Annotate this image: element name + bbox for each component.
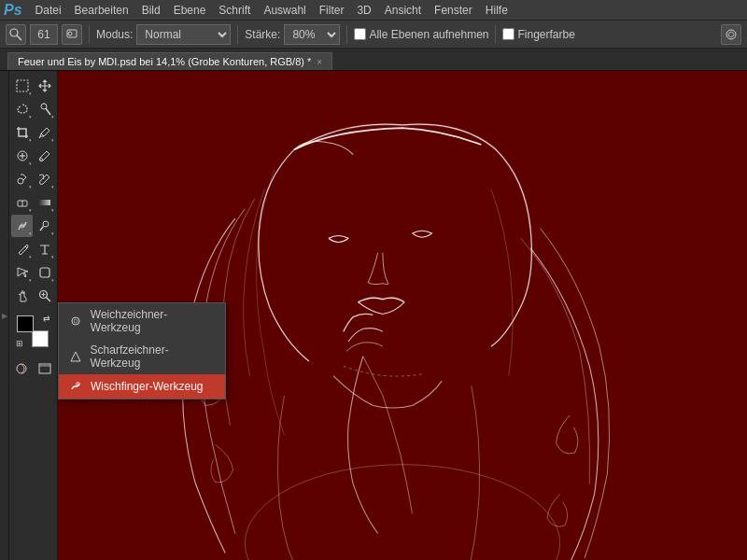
svg-line-25 — [46, 298, 50, 302]
svg-rect-20 — [40, 268, 49, 277]
eraser-tool[interactable]: ▾ — [11, 191, 33, 214]
tool-flyout-menu: Weichzeichner-Werkzeug Scharfzeichner-We… — [58, 302, 226, 399]
quick-mask-tool[interactable] — [10, 357, 33, 380]
fingerfarbe-group: Fingerfarbe — [502, 28, 574, 41]
tool-row-1: ▾ — [11, 75, 55, 97]
main-area: ▶ ▾ ▾ — [0, 71, 747, 560]
menu-bar: Ps Datei Bearbeiten Bild Ebene Schrift A… — [0, 0, 747, 21]
foreground-color-swatch[interactable] — [17, 315, 34, 332]
screen-mode-tool[interactable] — [34, 357, 56, 380]
svg-point-32 — [74, 319, 78, 323]
color-swatches: ⊞ ⇄ — [17, 315, 49, 347]
alle-ebenen-group: Alle Ebenen aufnehmen — [354, 28, 488, 41]
lasso-tool[interactable]: ▾ — [11, 98, 33, 120]
menu-3d[interactable]: 3D — [351, 2, 376, 19]
svg-line-19 — [40, 227, 44, 231]
svg-point-31 — [72, 317, 79, 325]
menu-schrift[interactable]: Schrift — [213, 2, 256, 19]
marquee-tool[interactable]: ▾ — [11, 75, 33, 97]
swap-colors-btn[interactable]: ⇄ — [43, 314, 50, 323]
menu-ebene[interactable]: Ebene — [168, 2, 212, 19]
alle-ebenen-label: Alle Ebenen aufnehmen — [369, 28, 488, 41]
blur-smudge-tool[interactable]: ▾ — [11, 215, 33, 237]
staerke-label: Stärke: — [245, 28, 280, 41]
sep2 — [237, 25, 238, 44]
quick-mask-row — [10, 357, 56, 380]
text-tool[interactable]: ▾ — [34, 238, 55, 260]
staerke-section: Stärke: 80% 50% 100% — [245, 24, 340, 45]
tool-row-9: ▾ ▾ — [11, 261, 55, 284]
brush-preset-btn[interactable] — [62, 24, 82, 45]
tool-row-5: ▾ ▾ — [11, 168, 55, 190]
menu-datei[interactable]: Datei — [30, 2, 67, 19]
history-brush-tool[interactable]: ▾ — [34, 168, 55, 190]
svg-point-0 — [10, 29, 18, 36]
menu-hilfe[interactable]: Hilfe — [480, 2, 514, 19]
brush-size-value[interactable]: 61 — [30, 24, 58, 45]
tab-bar: Feuer und Eis by MDI.psd bei 14,1% (Grob… — [0, 49, 747, 71]
menu-bearbeiten[interactable]: Bearbeiten — [69, 2, 134, 19]
scharfzeichner-item[interactable]: Scharfzeichner-Werkzeug — [59, 339, 225, 374]
modus-select[interactable]: Normal Multiplizieren Abwedeln — [136, 24, 231, 45]
pen-tool[interactable]: ▾ — [11, 238, 33, 260]
brush-tool[interactable] — [34, 145, 55, 167]
tool-row-2: ▾ ▾ — [11, 98, 55, 120]
menu-filter[interactable]: Filter — [314, 2, 350, 19]
svg-rect-16 — [39, 200, 50, 205]
dodge-tool[interactable]: ▾ — [34, 215, 55, 237]
magic-wand-tool[interactable]: ▾ — [34, 98, 55, 120]
wischfinger-label: Wischfinger-Werkzeug — [91, 380, 203, 393]
fingerfarbe-label: Fingerfarbe — [517, 28, 574, 41]
app-logo: Ps — [4, 2, 22, 19]
scharfzeichner-icon — [68, 349, 83, 364]
tool-row-10 — [11, 285, 55, 307]
hand-tool[interactable] — [11, 285, 33, 307]
svg-point-18 — [43, 221, 49, 227]
svg-line-6 — [46, 108, 50, 115]
menu-ansicht[interactable]: Ansicht — [379, 2, 427, 19]
weichzeichner-label: Weichzeichner-Werkzeug — [91, 308, 216, 334]
tool-icon-section: 61 — [6, 24, 82, 45]
current-tool-icon[interactable] — [6, 24, 26, 45]
modus-section: Modus: Normal Multiplizieren Abwedeln — [96, 24, 231, 45]
path-select-tool[interactable]: ▾ — [11, 261, 33, 284]
weichzeichner-item[interactable]: Weichzeichner-Werkzeug — [59, 303, 225, 339]
reset-colors-btn[interactable]: ⊞ — [16, 339, 23, 348]
tool-row-6: ▾ ▾ — [11, 191, 55, 214]
tool-row-8: ▾ ▾ — [11, 238, 55, 260]
document-tab[interactable]: Feuer und Eis by MDI.psd bei 14,1% (Grob… — [7, 52, 332, 70]
zoom-tool[interactable] — [34, 285, 55, 307]
healing-tool[interactable]: ▾ — [11, 145, 33, 167]
gradient-tool[interactable]: ▾ — [34, 191, 55, 214]
menu-auswahl[interactable]: Auswahl — [258, 2, 311, 19]
svg-point-13 — [18, 178, 23, 184]
svg-line-1 — [17, 35, 21, 40]
shape-tool[interactable]: ▾ — [34, 261, 55, 284]
background-color-swatch[interactable] — [32, 330, 49, 347]
collapse-arrow: ▶ — [0, 312, 8, 320]
menu-bild[interactable]: Bild — [136, 2, 166, 19]
fingerfarbe-checkbox[interactable] — [502, 28, 514, 40]
staerke-select[interactable]: 80% 50% 100% — [284, 24, 340, 45]
menu-fenster[interactable]: Fenster — [429, 2, 478, 19]
move-tool[interactable] — [34, 75, 55, 97]
brush-options-icon[interactable] — [721, 24, 741, 45]
options-toolbar: 61 Modus: Normal Multiplizieren Abwedeln… — [0, 21, 747, 49]
svg-point-7 — [41, 104, 47, 109]
svg-rect-29 — [39, 364, 50, 373]
modus-label: Modus: — [96, 28, 133, 41]
left-panel-collapse[interactable]: ▶ — [0, 71, 9, 560]
tools-sidebar: ▾ ▾ ▾ — [9, 71, 58, 560]
wischfinger-item[interactable]: Wischfinger-Werkzeug — [59, 374, 225, 399]
crop-tool[interactable]: ▾ — [11, 121, 33, 144]
alle-ebenen-checkbox[interactable] — [354, 28, 366, 40]
sep4 — [495, 25, 496, 44]
sep1 — [89, 25, 90, 44]
eyedropper-tool[interactable]: ▾ — [34, 121, 55, 144]
svg-point-3 — [68, 32, 72, 35]
clone-stamp-tool[interactable]: ▾ — [11, 168, 33, 190]
tool-row-3: ▾ ▾ — [11, 121, 55, 144]
tab-title: Feuer und Eis by MDI.psd bei 14,1% (Grob… — [18, 56, 311, 67]
scharfzeichner-label: Scharfzeichner-Werkzeug — [91, 343, 216, 370]
tab-close-btn[interactable]: × — [317, 57, 322, 67]
